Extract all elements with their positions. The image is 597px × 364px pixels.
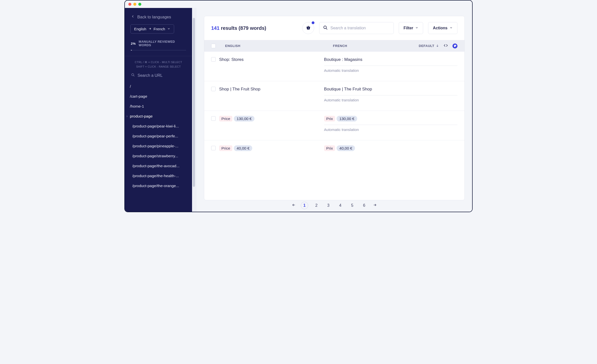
english-text[interactable]: Price130,00 € xyxy=(219,116,254,121)
sidebar-url-item[interactable]: /product-page/pear-perfe... xyxy=(125,131,192,141)
sidebar-url-item[interactable]: /product-page/pineapple-... xyxy=(125,141,192,151)
results-words: (879 words) xyxy=(239,25,266,31)
sidebar-scrollbar[interactable] xyxy=(192,8,197,212)
automatic-translation-label: Automatic translation xyxy=(324,127,457,132)
table-rows: Shop: StoresBoutique : MagasinsAutomatic… xyxy=(204,52,464,200)
main-content: 141 results (879 words) xyxy=(197,8,472,212)
review-progress-bar xyxy=(131,50,186,50)
hint-multiselect: CTRL / ⌘ + CLICK - MULTI SELECT xyxy=(127,60,190,65)
back-label: Back to languages xyxy=(137,15,171,19)
sidebar: Back to languages English French 2% MANU… xyxy=(125,8,192,212)
page-number[interactable]: 5 xyxy=(348,202,356,209)
select-all-checkbox[interactable] xyxy=(211,44,216,48)
search-icon xyxy=(131,73,135,78)
page-prev-button[interactable] xyxy=(292,203,296,208)
row-checkbox[interactable] xyxy=(211,146,216,150)
sidebar-url-item[interactable]: / xyxy=(125,81,192,91)
translations-panel: 141 results (879 words) xyxy=(204,16,465,200)
review-label: MANUALLY REVIEWED WORDS xyxy=(139,40,186,47)
row-checkbox[interactable] xyxy=(211,116,216,121)
divider xyxy=(125,56,192,56)
actions-label: Actions xyxy=(433,26,448,30)
window-close-icon[interactable] xyxy=(128,3,131,6)
shopping-basket-button[interactable] xyxy=(302,22,314,34)
col-default-label: DEFAULT xyxy=(419,44,434,48)
review-pct: 2% xyxy=(131,42,136,45)
chip-value: 130,00 € xyxy=(234,116,254,121)
url-list: //cart-page/home-1product-page/product-p… xyxy=(125,81,192,212)
sidebar-url-item[interactable]: /home-1 xyxy=(125,101,192,111)
page-number[interactable]: 6 xyxy=(360,202,368,209)
sidebar-url-item[interactable]: /product-page/pear-kiwi-li... xyxy=(125,121,192,131)
french-text[interactable]: Prix40,00 € xyxy=(324,146,457,151)
titlebar xyxy=(125,0,472,8)
table-row: Price40,00 €Prix40,00 € xyxy=(204,140,464,159)
row-checkbox[interactable] xyxy=(211,57,216,62)
results-label: results xyxy=(221,25,237,31)
keyboard-hints: CTRL / ⌘ + CLICK - MULTI SELECT SHIFT + … xyxy=(125,59,192,71)
chevron-down-icon xyxy=(415,26,418,30)
english-text[interactable]: Shop | The Fruit Shop xyxy=(219,87,260,92)
back-to-languages-link[interactable]: Back to languages xyxy=(125,10,192,23)
english-text[interactable]: Price40,00 € xyxy=(219,146,252,151)
table-header: ENGLISH FRENCH DEFAULT xyxy=(204,40,464,52)
filter-label: Filter xyxy=(403,26,413,30)
french-text[interactable]: Boutique | The Fruit Shop xyxy=(324,87,457,92)
chip-label: Price xyxy=(219,116,232,121)
palette-button[interactable] xyxy=(452,43,457,48)
chip-value: 130,00 € xyxy=(337,116,357,121)
sidebar-url-item[interactable]: /product-page/strawberry... xyxy=(125,151,192,161)
toolbar: 141 results (879 words) xyxy=(204,16,464,40)
row-checkbox[interactable] xyxy=(211,87,216,91)
sidebar-url-item[interactable]: /product-page/the-health-... xyxy=(125,171,192,181)
window-minimize-icon[interactable] xyxy=(133,3,136,6)
search-input[interactable] xyxy=(330,26,390,30)
table-row: Shop: StoresBoutique : MagasinsAutomatic… xyxy=(204,52,464,81)
col-default-sort[interactable]: DEFAULT xyxy=(419,44,439,48)
code-view-button[interactable] xyxy=(444,43,448,48)
french-text[interactable]: Boutique : Magasins xyxy=(324,57,457,62)
svg-point-0 xyxy=(132,74,134,76)
sidebar-url-item[interactable]: /product-page/the-avocad... xyxy=(125,161,192,171)
arrow-left-icon xyxy=(131,14,135,19)
basket-icon xyxy=(306,25,311,31)
page-next-button[interactable] xyxy=(373,203,377,208)
page-number[interactable]: 3 xyxy=(325,202,332,209)
col-english[interactable]: ENGLISH xyxy=(220,44,329,48)
lang-from: English xyxy=(134,27,146,31)
english-text[interactable]: Shop: Stores xyxy=(219,57,244,62)
arrow-down-icon xyxy=(436,44,439,48)
sidebar-search[interactable]: Search a URL xyxy=(125,71,192,81)
chip-value: 40,00 € xyxy=(234,145,252,151)
sidebar-search-placeholder: Search a URL xyxy=(138,73,163,78)
svg-point-1 xyxy=(324,26,327,29)
automatic-translation-label: Automatic translation xyxy=(324,68,457,73)
page-number[interactable]: 1 xyxy=(301,202,308,209)
table-row: Shop | The Fruit ShopBoutique | The Frui… xyxy=(204,81,464,111)
app-window: Back to languages English French 2% MANU… xyxy=(124,0,473,212)
lang-to: French xyxy=(153,27,165,31)
sidebar-url-item[interactable]: /product-page/the-orange... xyxy=(125,181,192,191)
chip-label: Price xyxy=(219,145,232,151)
pagination: 123456 xyxy=(197,200,472,212)
notification-badge-icon xyxy=(312,21,314,24)
chip-label: Prix xyxy=(324,116,335,121)
chip-label: Prix xyxy=(324,145,335,151)
col-french[interactable]: FRENCH xyxy=(333,44,414,48)
search-input-wrapper xyxy=(319,22,394,34)
window-maximize-icon[interactable] xyxy=(138,3,141,6)
sidebar-url-item[interactable]: /cart-page xyxy=(125,91,192,101)
chevron-down-icon xyxy=(449,26,453,30)
results-summary: 141 results (879 words) xyxy=(211,25,266,31)
chip-value: 40,00 € xyxy=(337,145,355,151)
page-number[interactable]: 4 xyxy=(337,202,344,209)
french-text[interactable]: Prix130,00 € xyxy=(324,116,457,121)
filter-button[interactable]: Filter xyxy=(399,22,423,34)
page-number[interactable]: 2 xyxy=(313,202,320,209)
review-progress: 2% MANUALLY REVIEWED WORDS xyxy=(125,39,192,50)
actions-button[interactable]: Actions xyxy=(428,22,457,34)
sidebar-url-item[interactable]: product-page xyxy=(125,111,192,121)
hint-rangeselect: SHIFT + CLICK - RANGE SELECT xyxy=(127,65,190,69)
language-pair-selector[interactable]: English French xyxy=(130,24,174,34)
table-row: Price130,00 €Prix130,00 €Automatic trans… xyxy=(204,111,464,140)
